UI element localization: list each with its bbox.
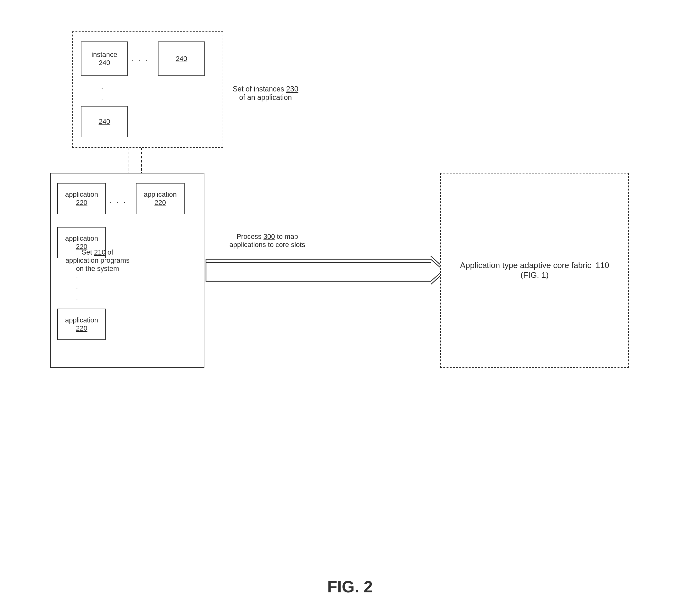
fabric-label-line1: Application type adaptive core fabric bbox=[460, 260, 591, 270]
app-label-3: application bbox=[65, 234, 98, 243]
apps-set-ref: 210 bbox=[94, 248, 106, 256]
instance-box-3: 240 bbox=[81, 106, 128, 137]
fabric-label: Application type adaptive core fabric 11… bbox=[454, 254, 615, 286]
app-ref-2: 220 bbox=[154, 198, 166, 207]
vertical-dots-apps: ··· bbox=[76, 271, 78, 305]
instances-set-label-line1: Set of instances bbox=[233, 85, 284, 93]
fabric-label-line2: (FIG. 1) bbox=[521, 270, 549, 280]
app-box-1: application 220 bbox=[57, 183, 106, 214]
instance-label-1: instance bbox=[91, 51, 117, 59]
app-label-1: application bbox=[65, 190, 98, 198]
instance-ref-3: 240 bbox=[99, 117, 110, 126]
apps-set-label: Set 210 of application programs on the s… bbox=[63, 248, 132, 273]
instance-ref-2: 240 bbox=[176, 55, 187, 63]
diagram-container: instance 240 · · · 240 ··· 240 Set of in… bbox=[32, 19, 668, 553]
fabric-outer-box: Application type adaptive core fabric 11… bbox=[440, 173, 629, 368]
app-box-4: application 220 bbox=[57, 309, 106, 340]
app-box-2: application 220 bbox=[136, 183, 185, 214]
horizontal-dots-instances: · · · bbox=[131, 56, 149, 65]
process-label: Process 300 to map applications to core … bbox=[223, 232, 311, 249]
apps-set-line3: application programs bbox=[65, 256, 129, 264]
app-label-2: application bbox=[144, 190, 177, 198]
process-line3: applications to core slots bbox=[229, 241, 305, 248]
apps-set-line4: on the system bbox=[76, 265, 119, 272]
process-line2: to map bbox=[277, 232, 298, 240]
app-ref-4: 220 bbox=[76, 324, 87, 333]
process-line1: Process bbox=[237, 232, 261, 240]
instances-set-label: Set of instances 230 of an application bbox=[233, 85, 298, 102]
horizontal-dots-apps: · · · bbox=[109, 197, 127, 207]
instances-set-label-line2: of an application bbox=[239, 93, 292, 102]
instance-ref-1: 240 bbox=[99, 59, 110, 67]
process-ref: 300 bbox=[263, 232, 275, 240]
app-label-4: application bbox=[65, 316, 98, 324]
figure-caption: FIG. 2 bbox=[327, 577, 373, 596]
instances-set-label-ref: 230 bbox=[286, 85, 298, 93]
fabric-label-ref: 110 bbox=[596, 260, 609, 270]
instance-box-2: 240 bbox=[158, 41, 205, 76]
instance-box-1: instance 240 bbox=[81, 41, 128, 76]
instances-outer-box: instance 240 · · · 240 ··· 240 bbox=[72, 31, 223, 148]
svg-marker-2 bbox=[206, 259, 443, 281]
app-ref-1: 220 bbox=[76, 198, 87, 207]
